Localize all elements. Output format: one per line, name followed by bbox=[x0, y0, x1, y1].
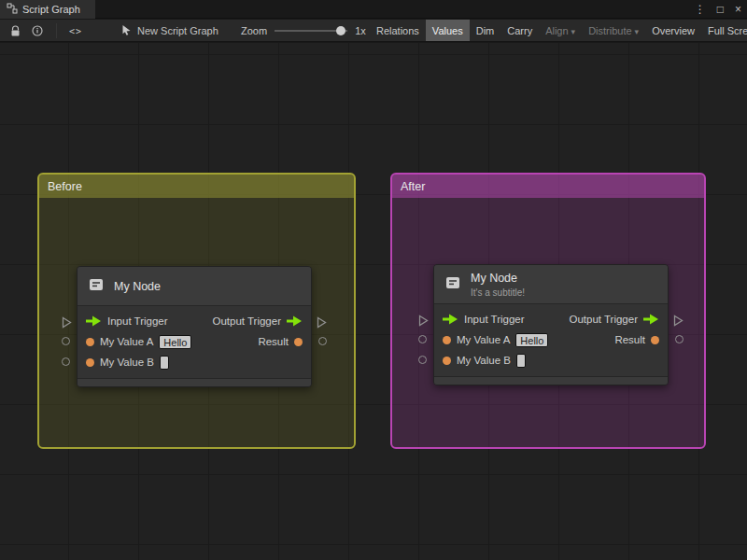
value-b-field[interactable] bbox=[516, 354, 526, 368]
value-a-label: My Value A bbox=[457, 334, 510, 345]
node-title: My Node bbox=[471, 272, 525, 285]
graph-name-label: New Script Graph bbox=[137, 25, 218, 36]
relations-button[interactable]: Relations bbox=[370, 20, 426, 42]
flow-output-port[interactable] bbox=[287, 315, 303, 327]
distribute-dropdown[interactable]: Distribute▾ bbox=[582, 20, 645, 42]
tab-script-graph[interactable]: Script Graph bbox=[0, 0, 95, 19]
node-wrap-after: My Node It's a subtitle! Input Trigger O… bbox=[416, 264, 685, 387]
node-after-ports: Input Trigger Output Trigger My Value A … bbox=[434, 304, 668, 376]
toolbar-buttons: Relations Values Dim Carry Align▾ Distri… bbox=[370, 20, 747, 42]
output-trigger-connector[interactable] bbox=[317, 315, 327, 332]
value-a-connector[interactable] bbox=[62, 337, 70, 345]
flow-output-port[interactable] bbox=[643, 314, 659, 325]
values-button[interactable]: Values bbox=[426, 20, 470, 42]
code-glyph: <> bbox=[69, 26, 82, 36]
port-row: Input Trigger Output Trigger bbox=[78, 311, 311, 331]
value-a-field[interactable]: Hello bbox=[159, 335, 191, 349]
value-a-label: My Value A bbox=[100, 336, 153, 347]
value-a-port[interactable] bbox=[443, 336, 451, 344]
value-b-port[interactable] bbox=[443, 357, 451, 365]
code-view-icon[interactable]: <> bbox=[64, 20, 87, 42]
input-trigger-label: Input Trigger bbox=[107, 315, 168, 327]
value-b-connector[interactable] bbox=[418, 356, 427, 364]
node-before[interactable]: My Node Input Trigger Output Trigger My … bbox=[77, 266, 312, 387]
result-connector[interactable] bbox=[318, 337, 327, 345]
menu-icon[interactable]: ⋮ bbox=[695, 3, 706, 16]
fullscreen-button[interactable]: Full Screen bbox=[701, 20, 747, 42]
port-row: Input Trigger Output Trigger bbox=[434, 309, 668, 329]
zoom-label: Zoom bbox=[241, 25, 267, 36]
zoom-slider[interactable] bbox=[275, 20, 347, 42]
lock-icon[interactable] bbox=[4, 20, 26, 42]
result-label: Result bbox=[614, 334, 645, 345]
value-a-port[interactable] bbox=[86, 338, 94, 346]
distribute-label: Distribute bbox=[588, 25, 631, 36]
node-before-ports: Input Trigger Output Trigger My Value A … bbox=[78, 306, 311, 378]
toolbar-left-cluster: <> bbox=[4, 20, 87, 42]
value-a-connector[interactable] bbox=[418, 335, 427, 343]
port-row: My Value A Hello Result bbox=[78, 331, 311, 352]
output-trigger-connector[interactable] bbox=[673, 314, 684, 330]
overview-button[interactable]: Overview bbox=[645, 20, 701, 42]
tab-title: Script Graph bbox=[22, 4, 80, 15]
port-row: My Value B bbox=[78, 352, 311, 372]
tab-bar: Script Graph ⋮ □ × bbox=[0, 0, 747, 19]
port-row: My Value A Hello Result bbox=[434, 329, 668, 350]
result-label: Result bbox=[258, 336, 289, 347]
group-after-title: After bbox=[401, 180, 425, 193]
port-row: My Value B bbox=[434, 350, 668, 371]
chevron-down-icon: ▾ bbox=[635, 27, 640, 36]
node-footer bbox=[434, 376, 668, 385]
input-trigger-connector[interactable] bbox=[418, 314, 429, 330]
align-label: Align bbox=[545, 25, 568, 36]
group-after-header[interactable]: After bbox=[392, 175, 704, 198]
node-footer bbox=[78, 378, 311, 386]
window-controls: ⋮ □ × bbox=[695, 0, 741, 19]
script-graph-window: Script Graph ⋮ □ × <> New Script Grap bbox=[0, 0, 747, 560]
value-b-label: My Value B bbox=[457, 355, 511, 366]
value-b-field[interactable] bbox=[160, 356, 169, 370]
close-icon[interactable]: × bbox=[735, 3, 741, 16]
dim-button[interactable]: Dim bbox=[470, 20, 501, 42]
input-trigger-label: Input Trigger bbox=[464, 314, 525, 325]
result-port[interactable] bbox=[294, 338, 303, 346]
zoom-control: Zoom 1x bbox=[241, 20, 366, 42]
group-before-title: Before bbox=[48, 180, 82, 193]
node-after[interactable]: My Node It's a subtitle! Input Trigger O… bbox=[433, 264, 669, 385]
align-dropdown[interactable]: Align▾ bbox=[539, 20, 582, 42]
graph-toolbar: <> New Script Graph Zoom 1x Relations Va… bbox=[0, 20, 747, 42]
node-title: My Node bbox=[114, 280, 161, 293]
graph-pointer-icon bbox=[121, 24, 132, 37]
result-connector[interactable] bbox=[675, 335, 684, 343]
node-wrap-before: My Node Input Trigger Output Trigger My … bbox=[60, 266, 329, 389]
value-a-field[interactable]: Hello bbox=[515, 333, 548, 347]
flow-input-port[interactable] bbox=[86, 315, 102, 327]
output-trigger-label: Output Trigger bbox=[212, 315, 281, 327]
node-icon bbox=[444, 273, 462, 296]
value-b-connector[interactable] bbox=[62, 357, 70, 366]
value-b-label: My Value B bbox=[100, 357, 154, 368]
node-subtitle: It's a subtitle! bbox=[471, 287, 525, 298]
node-icon bbox=[87, 275, 106, 298]
result-port[interactable] bbox=[651, 336, 659, 344]
value-b-port[interactable] bbox=[86, 358, 94, 367]
flow-input-port[interactable] bbox=[443, 314, 458, 325]
info-icon[interactable] bbox=[26, 20, 49, 42]
carry-button[interactable]: Carry bbox=[500, 20, 539, 42]
input-trigger-connector[interactable] bbox=[62, 315, 72, 332]
group-before-header[interactable]: Before bbox=[39, 175, 354, 198]
zoom-slider-handle[interactable] bbox=[336, 26, 345, 35]
toolbar-separator bbox=[56, 23, 57, 38]
maximize-icon[interactable]: □ bbox=[717, 3, 724, 16]
output-trigger-label: Output Trigger bbox=[569, 314, 638, 325]
zoom-value: 1x bbox=[355, 25, 366, 36]
script-graph-icon bbox=[7, 3, 18, 16]
node-after-header[interactable]: My Node It's a subtitle! bbox=[434, 265, 668, 304]
graph-canvas[interactable]: Before After My Node bbox=[0, 43, 747, 560]
chevron-down-icon: ▾ bbox=[571, 27, 576, 36]
graph-name-group[interactable]: New Script Graph bbox=[121, 20, 218, 42]
node-before-header[interactable]: My Node bbox=[78, 267, 311, 306]
